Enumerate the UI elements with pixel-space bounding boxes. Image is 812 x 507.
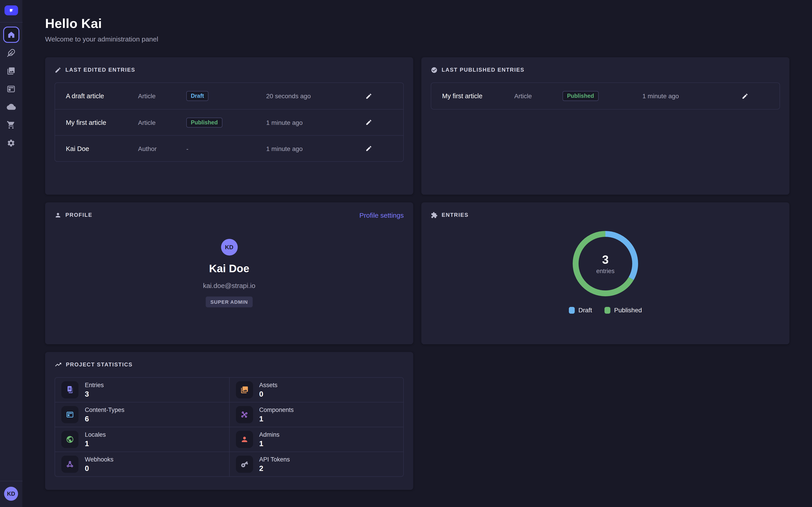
layout-icon (7, 84, 15, 93)
sidebar-item-media-library[interactable] (3, 63, 19, 79)
entry-time: 1 minute ago (642, 93, 740, 100)
stat-admins: Admins 1 (230, 427, 403, 452)
status-badge: Published (186, 117, 222, 127)
stat-assets: Assets 0 (230, 378, 403, 402)
stats-grid: Entries 3 Assets 0 (55, 377, 404, 477)
profile-avatar: KD (221, 239, 238, 256)
legend-item-draft: Draft (569, 306, 592, 314)
profile-name: Kai Doe (209, 262, 249, 275)
published-swatch (605, 307, 611, 314)
stat-value: 0 (259, 390, 277, 398)
profile-body: KD Kai Doe kai.doe@strapi.io SUPER ADMIN (55, 219, 404, 327)
strapi-logo[interactable] (4, 5, 18, 15)
entry-kind: Author (138, 145, 186, 152)
stat-locales: Locales 1 (55, 427, 229, 452)
cart-icon (7, 121, 15, 129)
pencil-icon (55, 66, 61, 73)
sidebar: KD (0, 0, 22, 507)
last-edited-entries-card: LAST EDITED ENTRIES A draft article Arti… (45, 57, 413, 195)
sidebar-item-home[interactable] (3, 26, 19, 43)
stat-components: Components 1 (230, 402, 403, 427)
stat-label: Entries (85, 382, 104, 388)
pencil-icon (365, 119, 372, 126)
last-published-table: My first article Article Published 1 min… (431, 82, 780, 110)
sidebar-divider-top (0, 22, 22, 22)
sidebar-item-content-manager[interactable] (3, 45, 19, 61)
user-icon (236, 431, 253, 448)
legend-item-published: Published (605, 306, 642, 314)
home-icon (7, 31, 15, 39)
user-avatar[interactable]: KD (4, 487, 18, 501)
page-subtitle: Welcome to your administration panel (45, 35, 790, 43)
card-title: LAST PUBLISHED ENTRIES (442, 67, 524, 73)
profile-settings-link[interactable]: Profile settings (359, 211, 404, 219)
card-header: LAST PUBLISHED ENTRIES (431, 66, 780, 74)
entries-chart-card: ENTRIES 3 entries (421, 202, 790, 344)
key-icon (236, 456, 253, 473)
strapi-admin-app: KD Hello Kai Welcome to your administrat… (0, 0, 812, 507)
stat-value: 1 (259, 414, 294, 423)
main-content: Hello Kai Welcome to your administration… (22, 0, 812, 507)
entry-kind: Article (138, 119, 186, 126)
entry-kind: Article (514, 93, 563, 100)
entry-title: A draft article (66, 93, 138, 100)
table-row[interactable]: A draft article Article Draft 20 seconds… (55, 83, 403, 109)
entry-kind: Article (138, 93, 186, 100)
stat-content-types: Content-Types 6 (55, 402, 229, 427)
puzzle-icon (431, 212, 438, 218)
table-row[interactable]: Kai Doe Author - 1 minute ago (55, 135, 403, 161)
edit-entry-button[interactable] (364, 117, 374, 127)
check-circle-icon (431, 66, 438, 73)
card-title: LAST EDITED ENTRIES (65, 67, 135, 73)
entry-title: Kai Doe (66, 145, 138, 152)
stat-label: Assets (259, 382, 277, 388)
sidebar-item-content-type-builder[interactable] (3, 81, 19, 97)
stat-label: Components (259, 406, 294, 413)
stat-entries: Entries 3 (55, 378, 229, 402)
pencil-icon (365, 145, 372, 152)
stat-label: Webhooks (85, 456, 113, 463)
stat-label: API Tokens (259, 456, 290, 463)
table-row[interactable]: My first article Article Published 1 min… (431, 83, 779, 109)
sidebar-item-marketplace[interactable] (3, 117, 19, 133)
edit-entry-button[interactable] (364, 91, 374, 101)
stat-value: 2 (259, 464, 290, 472)
table-row[interactable]: My first article Article Published 1 min… (55, 109, 403, 135)
profile-email: kai.doe@strapi.io (203, 282, 255, 289)
layout-icon (61, 406, 79, 423)
stat-value: 1 (85, 439, 106, 448)
entry-time: 20 seconds ago (266, 93, 364, 100)
edit-entry-button[interactable] (364, 143, 374, 154)
stat-value: 6 (85, 414, 124, 423)
last-edited-table: A draft article Article Draft 20 seconds… (55, 82, 404, 162)
pencil-icon (742, 93, 748, 99)
donut-center: 3 entries (572, 231, 638, 296)
draft-swatch (569, 307, 575, 314)
edit-entry-button[interactable] (740, 91, 750, 101)
page-title: Hello Kai (45, 16, 790, 31)
card-header: LAST EDITED ENTRIES (55, 66, 404, 74)
last-published-entries-card: LAST PUBLISHED ENTRIES My first article … (421, 57, 790, 195)
stat-value: 1 (259, 439, 280, 448)
globe-icon (61, 431, 79, 448)
documents-icon (61, 381, 79, 398)
sidebar-item-settings[interactable] (3, 135, 19, 151)
cloud-icon (6, 102, 15, 111)
sidebar-divider-bottom (0, 481, 22, 481)
pencil-icon (365, 93, 372, 99)
entries-chart-body: 3 entries Draft Published (431, 219, 780, 314)
entry-title: My first article (442, 93, 514, 100)
person-icon (55, 212, 61, 218)
status-empty: - (186, 145, 266, 152)
card-header: ENTRIES (431, 211, 780, 219)
stat-label: Locales (85, 431, 106, 438)
card-title: PROJECT STATISTICS (66, 361, 133, 368)
entry-time: 1 minute ago (266, 119, 364, 126)
project-statistics-card: PROJECT STATISTICS Entries 3 (45, 352, 413, 490)
trending-up-icon (55, 361, 62, 368)
stat-webhooks: Webhooks 0 (55, 452, 229, 476)
sidebar-item-deploy[interactable] (3, 99, 19, 115)
profile-card: PROFILE Profile settings KD Kai Doe kai.… (45, 202, 413, 344)
strapi-logo-icon (7, 6, 15, 14)
entries-count: 3 (602, 253, 609, 267)
